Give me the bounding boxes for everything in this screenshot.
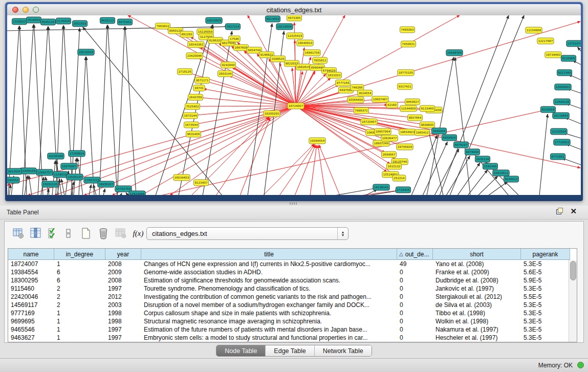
network-window-titlebar[interactable]: citations_edges.txt [7,4,581,16]
graph-node[interactable]: 6958924 [442,135,456,141]
graph-node[interactable]: 6879197 [453,142,468,148]
graph-node[interactable]: 9631456 [186,131,201,137]
graph-node[interactable]: 746266 [351,84,364,91]
graph-node[interactable]: 19218506 [276,24,293,30]
column-header-pagerank[interactable]: pagerank [521,249,570,260]
column-header-name[interactable]: name [8,249,54,260]
graph-node[interactable]: 1873144 [183,113,198,119]
table-mode-icon[interactable] [12,227,25,240]
graph-node[interactable]: 12093822 [555,84,571,90]
graph-node[interactable]: 19756928 [397,144,413,150]
graph-node[interactable]: 2588520 [270,56,285,62]
graph-node[interactable]: 1135028 [56,18,71,24]
graph-node[interactable]: 12217987 [537,38,554,44]
graph-node[interactable]: 12103504 [551,128,567,135]
graph-node[interactable]: 7986372 [354,107,368,114]
table-row[interactable]: 1872400712008Changes of HCN gene express… [8,260,577,268]
graph-node[interactable]: 13751074 [567,40,581,47]
graph-node[interactable]: 2718126 [177,69,192,75]
graph-node[interactable]: 11544909 [400,105,417,112]
graph-node[interactable]: 5972385 [287,15,301,21]
delete-column-icon[interactable] [97,227,110,240]
graph-node[interactable]: 2935134 [475,156,490,162]
scrollbar-thumb[interactable] [570,261,576,280]
graph-node[interactable]: 9123407 [193,180,208,186]
graph-node[interactable]: 6771052 [550,154,565,160]
graph-node[interactable]: 891293 [180,31,193,37]
graph-node[interactable]: 1615132 [386,163,401,169]
table-row[interactable]: 946554611997Estimation of the future num… [8,325,577,334]
row-selection-icon[interactable] [47,227,60,240]
graph-node[interactable]: 10975887 [61,163,77,169]
graph-node[interactable]: 2051503 [72,20,87,27]
graph-node[interactable]: 12923448 [129,191,145,195]
graph-node[interactable]: 17546 [229,36,241,42]
graph-node[interactable]: 16720407 [361,119,377,125]
column-header-short[interactable]: short [433,249,521,260]
graph-node[interactable]: 2867608 [233,45,248,51]
graph-node[interactable]: 16782759 [115,186,132,192]
graph-node[interactable]: 10423511 [493,170,509,176]
table-row[interactable]: 911546021997Tourette syndrome. Phenomeno… [8,285,577,293]
graph-node[interactable]: 7450831 [401,41,416,47]
table-row[interactable]: 946362711997Embryonic stem cells: a mode… [8,334,577,342]
graph-node[interactable]: 62160 [386,102,398,108]
table-row[interactable]: 1938455462009Genome-wide association stu… [8,268,577,276]
graph-node[interactable]: 8813054 [265,16,280,22]
panel-splitter[interactable] [0,201,588,206]
graph-node[interactable]: 9245012 [504,176,518,182]
table-selector-dropdown[interactable]: citations_edges.txt ▲▼ [146,227,349,240]
graph-node[interactable]: 9227349 [557,70,572,76]
graph-node[interactable]: 16033809 [206,17,222,24]
graph-node[interactable]: 1154519 [53,171,68,178]
graph-node[interactable]: 11154908 [526,27,542,33]
graph-node[interactable]: 18724007 [288,103,304,109]
graph-node[interactable]: 9857664 [407,115,422,121]
graph-node[interactable]: 10936477 [381,135,398,141]
graph-node[interactable]: 1965412 [415,129,429,136]
graph-node[interactable]: 10807487 [372,96,388,102]
graph-node[interactable]: 17710552 [554,139,570,145]
graph-node[interactable]: 16648784 [446,50,463,56]
graph-node[interactable]: 11568189 [20,168,36,174]
graph-node[interactable]: 16034403 [173,174,190,181]
float-panel-icon[interactable] [556,208,563,214]
graph-node[interactable]: 19734493 [545,52,561,58]
graph-node[interactable]: 18775105 [398,70,414,76]
row-height-icon[interactable] [62,227,75,240]
graph-node[interactable]: 38731 [193,85,205,91]
graph-node[interactable]: 1673544 [184,122,199,128]
graph-node[interactable]: 18300295 [264,111,280,117]
graph-node[interactable]: 16210643 [553,113,569,119]
graph-node[interactable]: 15052135 [42,181,58,187]
graph-node[interactable]: 3624554 [357,90,372,96]
graph-node[interactable]: 2643789 [188,94,203,100]
graph-node[interactable]: 20364456 [347,97,364,103]
graph-node[interactable]: 8475301 [117,19,132,25]
minimize-window-button[interactable] [23,7,29,13]
table-row[interactable]: 969969511998Structural magnetic resonanc… [8,317,577,325]
graph-node[interactable]: 7525402 [185,103,200,110]
close-panel-icon[interactable]: ✕ [570,208,577,214]
vertical-scrollbar[interactable] [569,260,577,342]
graph-node[interactable]: 16961758 [304,50,320,56]
function-builder-icon[interactable]: f(x) [132,227,145,240]
graph-node[interactable]: 9505135 [40,19,55,25]
graph-node[interactable]: 23420046 [186,53,203,59]
graph-node[interactable]: 20206586 [48,153,64,159]
graph-node[interactable]: 19958187 [98,181,114,187]
graph-node[interactable]: 2803144 [217,71,232,77]
graph-node[interactable]: 9120966 [561,55,576,61]
graph-node[interactable]: 9777169 [335,80,350,86]
table-row[interactable]: 2242004622012Investigating the contribut… [8,293,577,301]
graph-node[interactable]: 2330021 [12,18,27,25]
graph-node[interactable]: 20515035 [78,49,94,55]
graph-node[interactable]: 8215958 [540,106,555,113]
graph-node[interactable]: 7485083 [400,27,415,33]
graph-node[interactable]: 3671171 [194,77,209,83]
graph-node[interactable]: 1592348 [483,163,497,169]
graph-node[interactable]: 9699695 [420,122,434,128]
graph-node[interactable]: 9242848 [221,62,235,68]
graph-node[interactable]: 12505135 [67,174,83,180]
close-window-button[interactable] [12,7,18,13]
